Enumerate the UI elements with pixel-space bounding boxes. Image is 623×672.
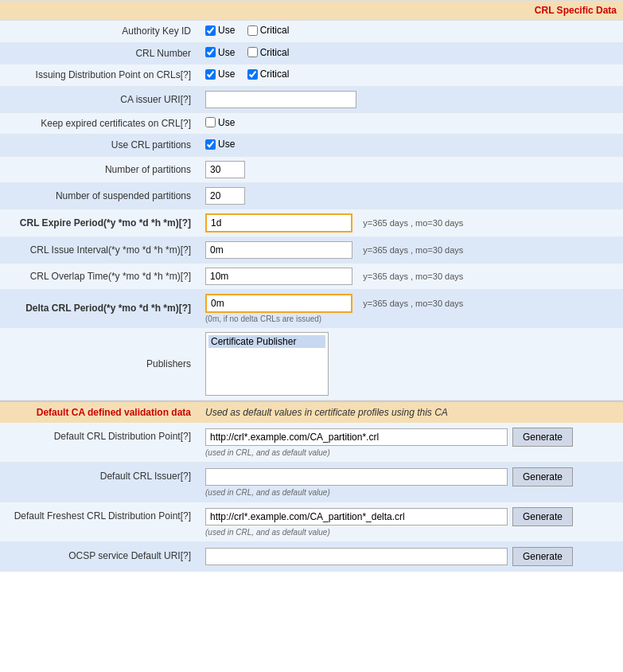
keep-expired-label: Keep expired certificates on CRL[?] <box>0 112 199 135</box>
default-ca-header-table: Default CA defined validation data Used … <box>0 400 623 423</box>
default-freshest-crl-input[interactable] <box>205 508 508 525</box>
num-suspended-value <box>199 182 623 209</box>
default-crl-issuer-input[interactable] <box>205 468 508 486</box>
issuing-dist-point-label: Issuing Distribution Point on CRLs[?] <box>0 64 199 87</box>
use-crl-partitions-label: Use CRL partitions <box>0 135 199 157</box>
crl-issue-interval-row: CRL Issue Interval(*y *mo *d *h *m)[?] y… <box>0 236 623 263</box>
ocsp-service-uri-input[interactable] <box>205 548 508 565</box>
default-crl-dist-hint: (used in CRL, and as default value) <box>205 448 617 457</box>
default-crl-issuer-row: Default CRL Issuer[?] Generate (used in … <box>0 462 623 502</box>
crl-expire-period-hint: y=365 days , mo=30 days <box>363 218 463 228</box>
crl-overlap-time-hint: y=365 days , mo=30 days <box>363 272 463 281</box>
default-freshest-crl-label: Default Freshest CRL Distribution Point[… <box>0 502 199 541</box>
delta-crl-period-row: Delta CRL Period(*y *mo *d *h *m)[?] y=3… <box>0 289 623 327</box>
default-crl-dist-generate-button[interactable]: Generate <box>512 428 573 447</box>
default-freshest-crl-generate-button[interactable]: Generate <box>512 507 573 526</box>
crl-issue-interval-input[interactable] <box>205 241 352 259</box>
delta-crl-period-input[interactable] <box>205 294 352 313</box>
publisher-item[interactable]: Certificate Publisher <box>208 335 325 348</box>
issuing-dist-critical-label[interactable]: Critical <box>247 68 290 80</box>
ocsp-service-uri-value: Generate <box>199 541 623 571</box>
default-crl-issuer-generate-button[interactable]: Generate <box>512 467 573 486</box>
keep-expired-row: Keep expired certificates on CRL[?] Use <box>0 112 623 135</box>
issuing-dist-critical-checkbox[interactable] <box>247 69 258 80</box>
default-ca-header-row: Default CA defined validation data Used … <box>0 401 623 423</box>
ca-issuer-uri-row: CA issuer URI[?] <box>0 86 623 112</box>
use-crl-partitions-value: Use <box>199 135 623 157</box>
publishers-list[interactable]: Certificate Publisher <box>205 332 329 396</box>
ocsp-service-uri-label: OCSP service Default URI[?] <box>0 541 199 571</box>
crl-issue-interval-label: CRL Issue Interval(*y *mo *d *h *m)[?] <box>0 236 199 263</box>
use-crl-partitions-use-label[interactable]: Use <box>205 139 235 150</box>
default-crl-issuer-value: Generate (used in CRL, and as default va… <box>199 462 623 502</box>
crl-specific-header: CRL Specific Data <box>0 0 623 21</box>
default-freshest-crl-value: Generate (used in CRL, and as default va… <box>199 502 623 541</box>
crl-number-critical-label[interactable]: Critical <box>247 47 290 58</box>
use-crl-partitions-row: Use CRL partitions Use <box>0 135 623 157</box>
crl-overlap-time-input[interactable] <box>205 268 352 285</box>
delta-crl-period-label: Delta CRL Period(*y *mo *d *h *m)[?] <box>0 289 199 327</box>
num-partitions-row: Number of partitions <box>0 156 623 182</box>
crl-expire-period-label: CRL Expire Period(*y *mo *d *h *m)[?] <box>0 209 199 236</box>
crl-number-label: CRL Number <box>0 42 199 64</box>
use-crl-partitions-checkbox[interactable] <box>205 139 216 150</box>
keep-expired-use-label[interactable]: Use <box>205 117 235 128</box>
default-crl-dist-value: Generate (used in CRL, and as default va… <box>199 423 623 463</box>
authority-key-critical-checkbox[interactable] <box>247 25 258 36</box>
default-crl-issuer-hint: (used in CRL, and as default value) <box>205 488 617 497</box>
ocsp-service-uri-generate-button[interactable]: Generate <box>512 547 573 566</box>
ca-issuer-uri-value <box>199 86 623 112</box>
crl-number-use-label[interactable]: Use <box>205 47 235 58</box>
num-partitions-input[interactable] <box>205 161 245 178</box>
default-crl-dist-row: Default CRL Distribution Point[?] Genera… <box>0 423 623 463</box>
publishers-value: Certificate Publisher <box>199 327 623 400</box>
crl-overlap-time-row: CRL Overlap Time(*y *mo *d *h *m)[?] y=3… <box>0 263 623 289</box>
delta-crl-period-sub-hint: (0m, if no delta CRLs are issued) <box>205 315 617 323</box>
crl-number-value: Use Critical <box>199 42 623 64</box>
delta-crl-period-value: y=365 days , mo=30 days (0m, if no delta… <box>199 289 623 327</box>
crl-specific-table: Authority Key ID Use Critical CRL Number… <box>0 21 623 400</box>
crl-specific-title: CRL Specific Data <box>535 5 617 16</box>
default-crl-issuer-label: Default CRL Issuer[?] <box>0 462 199 502</box>
authority-key-id-label: Authority Key ID <box>0 21 199 42</box>
num-suspended-label: Number of suspended partitions <box>0 182 199 209</box>
ca-issuer-uri-input[interactable] <box>205 91 356 108</box>
crl-expire-period-value: y=365 days , mo=30 days <box>199 209 623 236</box>
authority-key-use-checkbox[interactable] <box>205 25 216 36</box>
crl-issue-interval-hint: y=365 days , mo=30 days <box>363 245 463 255</box>
ca-issuer-uri-label: CA issuer URI[?] <box>0 86 199 112</box>
num-suspended-row: Number of suspended partitions <box>0 182 623 209</box>
crl-issue-interval-value: y=365 days , mo=30 days <box>199 236 623 263</box>
issuing-dist-use-label[interactable]: Use <box>205 68 235 80</box>
num-partitions-label: Number of partitions <box>0 156 199 182</box>
crl-expire-period-input[interactable] <box>205 213 352 232</box>
delta-crl-period-hint: y=365 days , mo=30 days <box>363 299 463 308</box>
default-crl-dist-label: Default CRL Distribution Point[?] <box>0 423 199 463</box>
crl-overlap-time-label: CRL Overlap Time(*y *mo *d *h *m)[?] <box>0 263 199 289</box>
num-partitions-value <box>199 156 623 182</box>
keep-expired-value: Use <box>199 112 623 135</box>
crl-expire-period-row: CRL Expire Period(*y *mo *d *h *m)[?] y=… <box>0 209 623 236</box>
crl-number-row: CRL Number Use Critical <box>0 42 623 64</box>
default-ca-table: Default CRL Distribution Point[?] Genera… <box>0 423 623 572</box>
default-crl-dist-input[interactable] <box>205 428 508 446</box>
issuing-dist-point-row: Issuing Distribution Point on CRLs[?] Us… <box>0 64 623 87</box>
authority-key-use-label[interactable]: Use <box>205 25 235 36</box>
crl-number-critical-checkbox[interactable] <box>247 47 258 57</box>
publishers-row: Publishers Certificate Publisher <box>0 327 623 400</box>
ocsp-service-uri-row: OCSP service Default URI[?] Generate <box>0 541 623 571</box>
keep-expired-use-checkbox[interactable] <box>205 117 216 127</box>
issuing-dist-use-checkbox[interactable] <box>205 69 216 80</box>
default-ca-header-label: Default CA defined validation data <box>0 401 199 423</box>
crl-overlap-time-value: y=365 days , mo=30 days <box>199 263 623 289</box>
default-freshest-crl-hint: (used in CRL, and as default value) <box>205 528 617 537</box>
default-freshest-crl-row: Default Freshest CRL Distribution Point[… <box>0 502 623 541</box>
authority-key-id-row: Authority Key ID Use Critical <box>0 21 623 42</box>
issuing-dist-point-value: Use Critical <box>199 64 623 87</box>
default-ca-header-desc: Used as default values in certificate pr… <box>199 401 623 423</box>
authority-key-critical-label[interactable]: Critical <box>247 25 290 36</box>
publishers-label: Publishers <box>0 327 199 400</box>
num-suspended-input[interactable] <box>205 187 245 205</box>
authority-key-id-value: Use Critical <box>199 21 623 42</box>
crl-number-use-checkbox[interactable] <box>205 47 216 57</box>
